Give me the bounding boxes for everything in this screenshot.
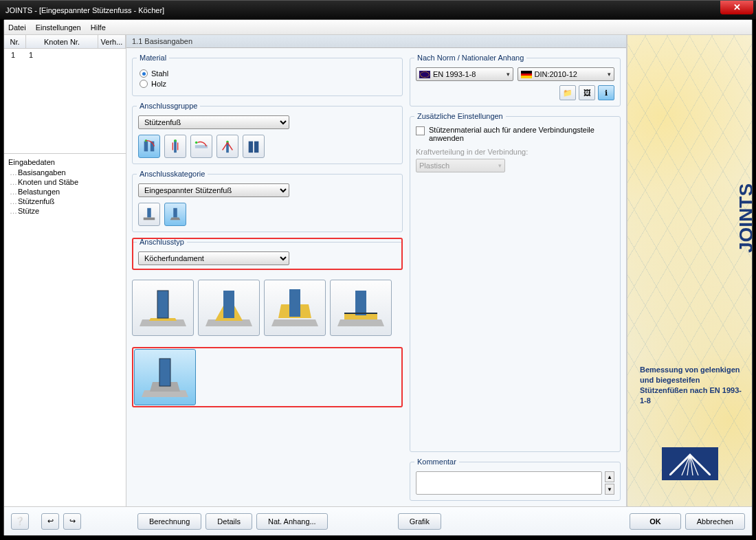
next-button[interactable]: ↪ xyxy=(63,513,81,530)
svg-rect-21 xyxy=(223,291,234,318)
details-button[interactable]: Details xyxy=(205,513,252,530)
norm-btn-2[interactable]: 🖼 xyxy=(579,85,595,100)
grafik-button[interactable]: Grafik xyxy=(398,513,441,530)
svg-marker-23 xyxy=(234,306,241,318)
group-option-1[interactable] xyxy=(138,135,160,158)
anschlusskategorie-legend: Anschlusskategorie xyxy=(137,170,208,178)
svg-rect-12 xyxy=(144,218,155,221)
de-flag-icon xyxy=(521,71,532,78)
category-option-1[interactable] xyxy=(138,203,160,226)
category-option-2[interactable] xyxy=(164,203,186,226)
col-verh[interactable]: Verh... xyxy=(98,35,126,48)
tree-root[interactable]: Eingabedaten xyxy=(8,158,122,166)
zusatz-panel: Zusätzliche Einstellungen Stützenmateria… xyxy=(410,112,621,452)
spin-down[interactable]: ▼ xyxy=(605,484,614,495)
type-thumb-4[interactable] xyxy=(330,280,392,336)
anschlussgruppe-combo[interactable]: Stützenfuß xyxy=(138,115,289,129)
tree-item[interactable]: Basisangaben xyxy=(18,168,122,177)
brand-logo xyxy=(662,447,718,480)
berechnung-button[interactable]: Berechnung xyxy=(137,513,201,530)
menu-bar: Datei Einstellungen Hilfe xyxy=(4,20,752,35)
group-option-3[interactable] xyxy=(190,135,212,158)
svg-marker-24 xyxy=(271,319,318,326)
radio-stahl[interactable]: Stahl xyxy=(140,69,397,78)
table-row[interactable]: 1 1 xyxy=(4,49,126,61)
radio-icon xyxy=(140,69,148,78)
norm-standard-combo[interactable]: EN 1993-1-8 ▾ xyxy=(416,67,513,81)
anschlusskategorie-combo[interactable]: Eingespannter Stützenfuß xyxy=(138,183,289,197)
norm-btn-3[interactable]: ℹ xyxy=(598,85,614,100)
menu-file[interactable]: Datei xyxy=(8,23,26,32)
svg-marker-22 xyxy=(216,306,223,318)
zusatz-legend: Zusätzliche Einstellungen xyxy=(414,112,506,120)
tree-item[interactable]: Stütze xyxy=(18,206,122,216)
eu-flag-icon xyxy=(419,71,430,78)
type-thumb-3[interactable] xyxy=(264,280,326,336)
type-thumb-5-highlight xyxy=(132,347,403,407)
chevron-down-icon: ▾ xyxy=(498,162,502,169)
type-thumb-2[interactable] xyxy=(198,280,260,336)
radio-holz[interactable]: Holz xyxy=(140,80,397,88)
col-knoten[interactable]: Knoten Nr. xyxy=(26,35,98,48)
anschlusstyp-panel: Anschlusstyp Köcherfundament xyxy=(132,238,403,270)
group-option-2[interactable] xyxy=(164,135,186,158)
check-row[interactable]: Stützenmaterial auch für andere Verbindu… xyxy=(416,126,614,142)
svg-marker-14 xyxy=(170,218,181,221)
svg-rect-11 xyxy=(147,208,151,218)
group-option-5[interactable] xyxy=(243,135,265,158)
svg-rect-29 xyxy=(355,291,366,315)
brand-panel: JOINTS Stahl Stützenfuß Bemessung von ge… xyxy=(627,35,752,506)
anschlussgruppe-legend: Anschlussgruppe xyxy=(137,102,200,110)
next-icon: ↪ xyxy=(69,517,76,526)
group-option-4[interactable] xyxy=(216,135,238,158)
anschlussgruppe-panel: Anschlussgruppe Stützenfuß xyxy=(132,102,403,164)
title-bar: JOINTS - [Eingespannter Stützenfuss - Kö… xyxy=(0,0,756,19)
brand-description: Bemessung von gelenkigen und biegesteife… xyxy=(640,365,742,405)
type-thumb-5[interactable] xyxy=(134,349,196,405)
norm-annex-combo[interactable]: DIN:2010-12 ▾ xyxy=(518,67,615,81)
svg-rect-13 xyxy=(173,208,177,218)
type-thumb-1[interactable] xyxy=(132,280,194,336)
checkbox-icon xyxy=(416,126,425,135)
kommentar-input[interactable] xyxy=(416,471,602,495)
footer: ❔ ↩ ↪ Berechnung Details Nat. Anhang... … xyxy=(4,506,752,535)
prev-icon: ↩ xyxy=(47,517,54,526)
nav-panel: Nr. Knoten Nr. Verh... 1 1 Eingabedaten xyxy=(4,35,126,506)
nav-tree: Eingabedaten Basisangaben Knoten und Stä… xyxy=(4,154,126,506)
svg-rect-26 xyxy=(289,289,300,317)
tree-item[interactable]: Belastungen xyxy=(18,187,122,196)
tree-item[interactable]: Knoten und Stäbe xyxy=(18,177,122,187)
close-button[interactable]: ✕ xyxy=(720,1,753,14)
svg-rect-17 xyxy=(157,291,168,318)
kraft-label: Kraftverteilung in der Verbindung: xyxy=(416,148,614,156)
col-nr[interactable]: Nr. xyxy=(4,35,26,48)
svg-rect-0 xyxy=(144,142,148,152)
abbrechen-button[interactable]: Abbrechen xyxy=(685,513,745,530)
tree-item[interactable]: Stützenfuß xyxy=(18,196,122,206)
chevron-down-icon: ▾ xyxy=(608,71,611,78)
svg-rect-9 xyxy=(249,142,253,153)
ok-button[interactable]: OK xyxy=(630,513,681,530)
kraft-combo: Plastisch ▾ xyxy=(416,159,505,172)
anschlusskategorie-panel: Anschlusskategorie Eingespannter Stützen… xyxy=(132,170,403,232)
brand-title: JOINTS Stahl xyxy=(735,145,752,253)
help-icon: ❔ xyxy=(15,517,25,526)
kommentar-panel: Kommentar ▲ ▼ xyxy=(410,458,621,501)
prev-button[interactable]: ↩ xyxy=(41,513,59,530)
menu-help[interactable]: Hilfe xyxy=(91,23,106,32)
svg-rect-30 xyxy=(344,313,377,314)
kommentar-legend: Kommentar xyxy=(414,458,459,466)
form-header: 1.1 Basisangaben xyxy=(126,35,626,48)
chevron-down-icon: ▾ xyxy=(507,71,510,78)
anschlusstyp-combo[interactable]: Köcherfundament xyxy=(138,251,289,265)
norm-btn-1[interactable]: 📁 xyxy=(559,85,576,100)
help-button[interactable]: ❔ xyxy=(11,513,29,530)
radio-icon xyxy=(140,80,148,88)
menu-settings[interactable]: Einstellungen xyxy=(36,23,81,32)
spin-up[interactable]: ▲ xyxy=(605,471,614,482)
svg-point-6 xyxy=(195,142,198,144)
natanhang-button[interactable]: Nat. Anhang... xyxy=(256,513,328,530)
material-legend: Material xyxy=(137,54,169,62)
svg-marker-20 xyxy=(215,318,243,321)
svg-rect-33 xyxy=(159,359,170,386)
